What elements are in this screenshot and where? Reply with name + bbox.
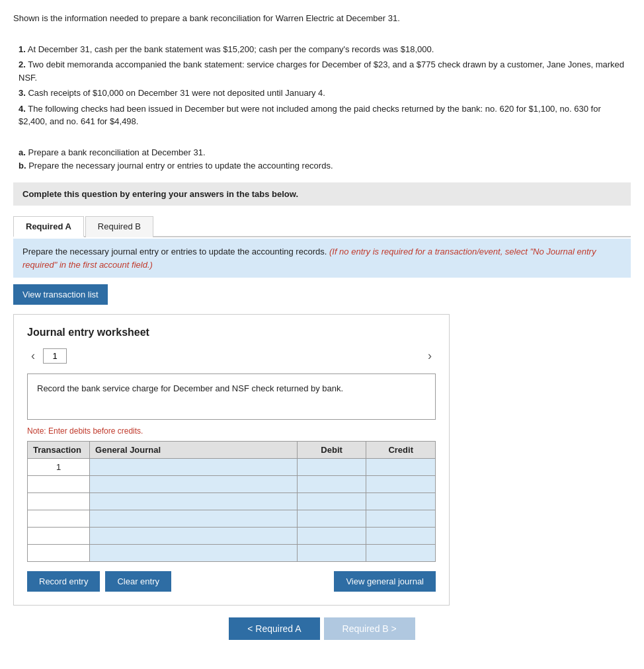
- trans-num-5: [28, 528, 90, 545]
- tabs-row: Required A Required B: [13, 215, 631, 237]
- table-row: [28, 510, 436, 528]
- credit-input-2[interactable]: [366, 476, 435, 492]
- part-b-label: b.: [19, 161, 26, 171]
- bottom-right-arrow-icon: >: [391, 623, 397, 634]
- list-num-3: 3.: [19, 88, 26, 98]
- part-b: b. Prepare the necessary journal entry o…: [19, 159, 631, 173]
- record-entry-button[interactable]: Record entry: [27, 571, 100, 592]
- journal-cell-6[interactable]: [90, 545, 298, 562]
- list-item-1: 1. At December 31, cash per the bank sta…: [19, 43, 631, 56]
- list-text-2: Two debit memoranda accompanied the bank…: [19, 59, 624, 83]
- col-transaction: Transaction: [28, 442, 90, 459]
- debit-input-5[interactable]: [298, 528, 366, 544]
- trans-num-3: [28, 493, 90, 510]
- list-num-2: 2.: [19, 59, 26, 69]
- complete-box-text: Complete this question by entering your …: [22, 189, 298, 199]
- bottom-required-a-label: Required A: [255, 623, 301, 634]
- journal-cell-3[interactable]: [90, 493, 298, 510]
- table-row: 1: [28, 459, 436, 476]
- lettered-list: a. Prepare a bank reconciliation at Dece…: [19, 146, 631, 174]
- table-row: [28, 545, 436, 562]
- list-text-3: Cash receipts of $10,000 on December 31 …: [28, 88, 325, 98]
- worksheet-description: Record the bank service charge for Decem…: [27, 374, 436, 420]
- col-general-journal: General Journal: [90, 442, 298, 459]
- credit-input-5[interactable]: [366, 528, 435, 544]
- journal-input-2[interactable]: [90, 476, 297, 492]
- journal-cell-5[interactable]: [90, 528, 298, 545]
- view-transaction-button[interactable]: View transaction list: [13, 284, 108, 305]
- trans-num-1: 1: [28, 459, 90, 476]
- debit-cell-6[interactable]: [297, 545, 366, 562]
- worksheet-note: Note: Enter debits before credits.: [27, 426, 436, 436]
- debit-input-4[interactable]: [298, 510, 366, 527]
- credit-cell-1[interactable]: [366, 459, 436, 476]
- trans-num-6: [28, 545, 90, 562]
- debit-cell-2[interactable]: [297, 476, 366, 493]
- page-number-input[interactable]: [43, 348, 67, 364]
- bottom-left-arrow-icon: <: [247, 623, 253, 634]
- credit-cell-4[interactable]: [366, 510, 436, 528]
- list-num-1: 1.: [19, 44, 26, 54]
- credit-input-3[interactable]: [366, 493, 435, 510]
- table-row: [28, 528, 436, 545]
- numbered-list: 1. At December 31, cash per the bank sta…: [19, 43, 631, 128]
- credit-cell-5[interactable]: [366, 528, 436, 545]
- journal-input-5[interactable]: [90, 528, 297, 544]
- bottom-nav: < Required A Required B >: [13, 617, 631, 640]
- credit-cell-3[interactable]: [366, 493, 436, 510]
- next-arrow[interactable]: ›: [424, 348, 436, 364]
- debit-input-6[interactable]: [298, 545, 366, 561]
- journal-worksheet: Journal entry worksheet ‹ › Record the b…: [13, 314, 450, 606]
- journal-cell-2[interactable]: [90, 476, 298, 493]
- prev-arrow[interactable]: ‹: [27, 348, 39, 364]
- credit-input-4[interactable]: [366, 510, 435, 527]
- debit-input-1[interactable]: [298, 459, 366, 475]
- complete-box: Complete this question by entering your …: [13, 182, 631, 206]
- credit-input-6[interactable]: [366, 545, 435, 561]
- worksheet-nav: ‹ ›: [27, 348, 436, 364]
- view-general-journal-button[interactable]: View general journal: [334, 571, 436, 592]
- journal-cell-1[interactable]: [90, 459, 298, 476]
- debit-cell-4[interactable]: [297, 510, 366, 528]
- clear-entry-button[interactable]: Clear entry: [105, 571, 171, 592]
- part-b-text: Prepare the necessary journal entry or e…: [28, 161, 333, 171]
- debit-cell-3[interactable]: [297, 493, 366, 510]
- list-item-3: 3. Cash receipts of $10,000 on December …: [19, 87, 631, 100]
- action-buttons: Record entry Clear entry View general jo…: [27, 571, 436, 592]
- worksheet-title: Journal entry worksheet: [27, 327, 436, 338]
- tab-required-a[interactable]: Required A: [13, 216, 84, 237]
- journal-input-3[interactable]: [90, 493, 297, 510]
- list-text-4: The following checks had been issued in …: [19, 104, 601, 127]
- journal-input-4[interactable]: [90, 510, 297, 527]
- list-item-4: 4. The following checks had been issued …: [19, 102, 631, 128]
- credit-input-1[interactable]: [366, 459, 435, 475]
- table-row: [28, 493, 436, 510]
- list-text-1: At December 31, cash per the bank statem…: [28, 44, 434, 54]
- journal-cell-4[interactable]: [90, 510, 298, 528]
- list-item-2: 2. Two debit memoranda accompanied the b…: [19, 58, 631, 84]
- part-a: a. Prepare a bank reconciliation at Dece…: [19, 146, 631, 160]
- intro-paragraph: Shown is the information needed to prepa…: [13, 12, 631, 25]
- trans-num-2: [28, 476, 90, 493]
- journal-table: Transaction General Journal Debit Credit…: [27, 441, 436, 562]
- part-a-text: Prepare a bank reconciliation at Decembe…: [28, 147, 205, 157]
- debit-input-3[interactable]: [298, 493, 366, 510]
- credit-cell-6[interactable]: [366, 545, 436, 562]
- table-row: [28, 476, 436, 493]
- col-credit: Credit: [366, 442, 436, 459]
- journal-input-1[interactable]: [90, 459, 297, 475]
- bottom-required-a-button[interactable]: < Required A: [229, 617, 319, 640]
- col-debit: Debit: [297, 442, 366, 459]
- bottom-required-b-label: Required B: [342, 623, 391, 634]
- debit-cell-5[interactable]: [297, 528, 366, 545]
- debit-cell-1[interactable]: [297, 459, 366, 476]
- bottom-required-b-button[interactable]: Required B >: [324, 617, 415, 640]
- part-a-label: a.: [19, 147, 26, 157]
- instruction-box: Prepare the necessary journal entry or e…: [13, 239, 631, 278]
- credit-cell-2[interactable]: [366, 476, 436, 493]
- list-num-4: 4.: [19, 104, 26, 114]
- tab-required-b[interactable]: Required B: [85, 216, 153, 237]
- trans-num-4: [28, 510, 90, 528]
- journal-input-6[interactable]: [90, 545, 297, 561]
- debit-input-2[interactable]: [298, 476, 366, 492]
